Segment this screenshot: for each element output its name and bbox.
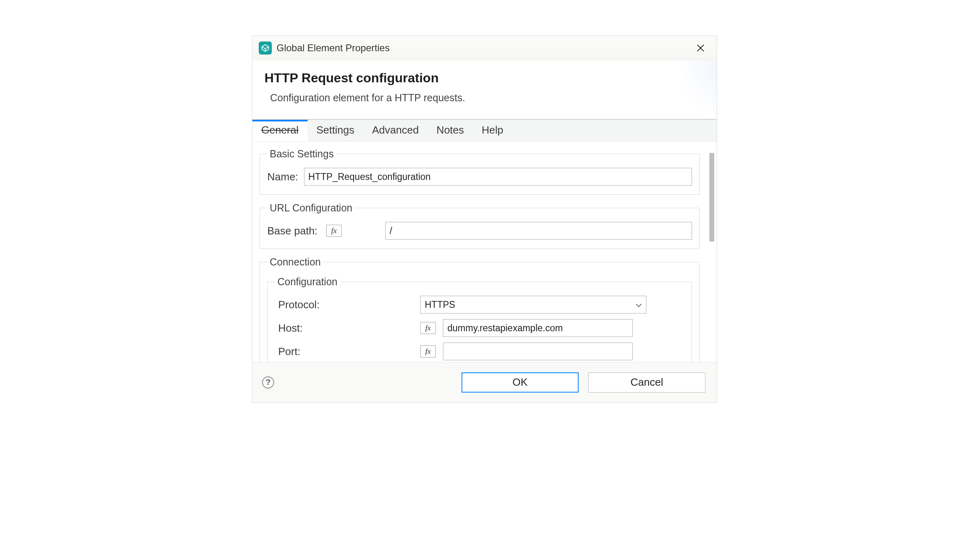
url-config-fieldset: URL Configuration Base path: fx [260, 202, 700, 249]
tab-help[interactable]: Help [473, 120, 512, 141]
row-port: Port: fx [275, 343, 684, 360]
help-icon[interactable]: ? [262, 376, 274, 389]
scrollbar-thumb[interactable] [709, 153, 714, 242]
configuration-legend: Configuration [275, 276, 340, 288]
port-label: Port: [275, 345, 420, 358]
dialog-body: Basic Settings Name: URL Configuration B… [252, 142, 707, 362]
header-panel: HTTP Request configuration Configuration… [252, 60, 717, 119]
protocol-select-wrap [420, 296, 646, 313]
tabs: General Settings Advanced Notes Help [252, 120, 717, 142]
vertical-scrollbar[interactable] [707, 142, 717, 362]
row-protocol: Protocol: [275, 296, 684, 313]
cancel-button[interactable]: Cancel [588, 372, 705, 393]
titlebar-title: Global Element Properties [277, 42, 390, 54]
connection-legend: Connection [267, 256, 323, 268]
row-name: Name: [267, 168, 692, 186]
protocol-select[interactable] [420, 296, 646, 313]
tab-general[interactable]: General [252, 120, 308, 141]
global-element-properties-dialog: Global Element Properties HTTP Request c… [252, 36, 717, 403]
row-host: Host: fx [275, 319, 684, 337]
name-label: Name: [267, 171, 298, 183]
host-label: Host: [275, 322, 420, 334]
titlebar: Global Element Properties [252, 36, 717, 60]
configuration-fieldset: Configuration Protocol: Host: fx [267, 276, 692, 362]
basepath-input[interactable] [385, 222, 692, 240]
fx-button-basepath[interactable]: fx [326, 225, 342, 237]
close-icon [696, 44, 705, 52]
fx-button-port[interactable]: fx [420, 345, 436, 357]
close-button[interactable] [688, 39, 713, 57]
fx-button-host[interactable]: fx [420, 322, 436, 334]
app-icon [259, 42, 272, 54]
basic-settings-legend: Basic Settings [267, 148, 336, 160]
ok-button[interactable]: OK [461, 372, 579, 393]
tab-advanced[interactable]: Advanced [363, 120, 428, 141]
port-input[interactable] [443, 343, 633, 360]
name-input[interactable] [304, 168, 692, 186]
body-wrap: Basic Settings Name: URL Configuration B… [252, 142, 717, 362]
tab-settings[interactable]: Settings [308, 120, 363, 141]
url-config-legend: URL Configuration [267, 202, 355, 214]
basic-settings-fieldset: Basic Settings Name: [260, 148, 700, 195]
dialog-heading: HTTP Request configuration [264, 71, 705, 86]
tab-notes[interactable]: Notes [428, 120, 473, 141]
row-basepath: Base path: fx [267, 222, 692, 240]
protocol-label: Protocol: [275, 299, 420, 311]
host-input[interactable] [443, 319, 633, 337]
dialog-footer: ? OK Cancel [252, 362, 717, 402]
dialog-subheading: Configuration element for a HTTP request… [264, 92, 705, 104]
basepath-label: Base path: [267, 225, 321, 237]
connection-fieldset: Connection Configuration Protocol: [260, 256, 700, 362]
